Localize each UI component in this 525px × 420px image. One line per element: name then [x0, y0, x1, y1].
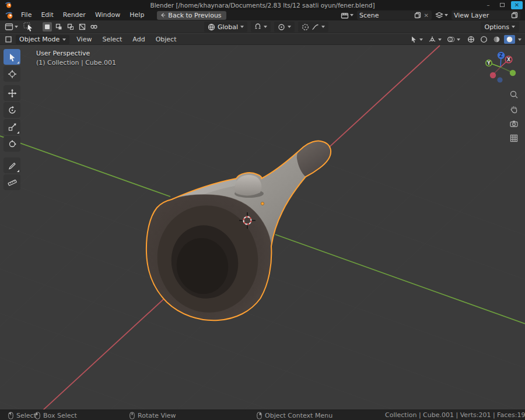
- overlays-dropdown[interactable]: [447, 36, 460, 43]
- menubar: File Edit Render Window Help Back to Pre…: [0, 10, 525, 20]
- mode-dropdown[interactable]: Object Mode: [16, 35, 69, 44]
- mouse-lmb-drag-icon: [35, 412, 40, 419]
- gizmo-minus-z-ball[interactable]: [497, 77, 502, 82]
- menu-select[interactable]: Select: [99, 36, 125, 43]
- back-to-previous-button[interactable]: Back to Previous: [157, 11, 226, 20]
- object-mode-icon: [5, 36, 12, 43]
- active-tool-indicator[interactable]: [23, 22, 34, 32]
- y-axis-line: [275, 235, 525, 324]
- gizmo-minus-x-ball[interactable]: [490, 72, 496, 78]
- hint-select: Select: [8, 410, 36, 420]
- tool-move-button[interactable]: [4, 85, 20, 101]
- shading-solid-button[interactable]: [478, 35, 489, 44]
- flashlight-object[interactable]: [146, 141, 331, 321]
- tool-select-box-button[interactable]: [4, 49, 20, 65]
- select-mode-set-button[interactable]: [43, 22, 52, 32]
- viewport-3d[interactable]: User Perspective (1) Collection | Cube.0…: [0, 45, 525, 410]
- object-visibility-dropdown[interactable]: [410, 36, 423, 43]
- transform-orientation-dropdown[interactable]: Global: [204, 22, 247, 32]
- menu-view[interactable]: View: [73, 36, 95, 43]
- snapping-dropdown[interactable]: [251, 22, 271, 32]
- chevron-down-icon: [15, 26, 18, 28]
- tool-measure-button[interactable]: [4, 174, 20, 190]
- menu-help[interactable]: Help: [125, 10, 149, 20]
- scene-name-field[interactable]: Scene ✕: [357, 10, 432, 20]
- tool-scale-button[interactable]: [4, 119, 20, 135]
- gizmos-dropdown[interactable]: [428, 36, 442, 44]
- select-mode-extend-button[interactable]: [54, 22, 64, 32]
- pivot-point-icon: [278, 23, 285, 31]
- shading-wireframe-button[interactable]: [466, 35, 477, 44]
- tool-annotate-button[interactable]: [4, 158, 20, 173]
- proportional-editing-group[interactable]: [298, 22, 328, 32]
- menu-file[interactable]: File: [16, 10, 36, 20]
- menu-window[interactable]: Window: [90, 10, 125, 20]
- options-dropdown[interactable]: Options: [481, 22, 519, 32]
- blender-window: Blender [/home/khaynara/Documents/2.83 l…: [0, 0, 525, 420]
- pivot-point-dropdown[interactable]: [274, 22, 295, 32]
- ortho-grid-icon: [509, 134, 519, 143]
- unlink-scene-icon[interactable]: ✕: [424, 12, 429, 19]
- chevron-down-icon: [438, 38, 442, 41]
- gizmo-z-label: Z: [499, 53, 503, 58]
- scene-statistics: Collection | Cube.001 | Verts:201 | Face…: [385, 410, 525, 420]
- blender-app-icon: [5, 1, 12, 9]
- navigation-gizmo[interactable]: Z X Y: [482, 50, 519, 87]
- menu-edit[interactable]: Edit: [36, 10, 58, 20]
- close-button[interactable]: ✕: [511, 1, 523, 9]
- tool-rotate-button[interactable]: [4, 102, 20, 118]
- tool-transform-button[interactable]: [4, 136, 20, 152]
- select-mode-options: [43, 22, 99, 32]
- blender-menu-logo-icon[interactable]: [5, 11, 14, 19]
- chevron-down-icon: [240, 26, 244, 28]
- rotate-icon: [8, 106, 17, 115]
- chevron-down-icon: [457, 38, 460, 41]
- chevron-down-icon: [62, 38, 66, 41]
- maximize-icon: [500, 3, 505, 7]
- select-mode-subtract-button[interactable]: [66, 22, 75, 32]
- cursor-3d-icon: [8, 70, 16, 78]
- measure-ruler-icon: [8, 178, 17, 187]
- camera-view-button[interactable]: [508, 118, 520, 130]
- browse-scene-button[interactable]: [341, 12, 354, 19]
- perspective-toggle-button[interactable]: [508, 132, 520, 144]
- minimize-button[interactable]: –: [483, 1, 494, 9]
- tool-cursor-button[interactable]: [4, 66, 20, 82]
- tool-settings-bar: Global: [0, 20, 525, 33]
- select-mode-intersect-button[interactable]: [89, 22, 99, 32]
- annotate-pencil-icon: [8, 161, 17, 170]
- menu-object[interactable]: Object: [152, 36, 180, 43]
- shading-rendered-button[interactable]: [504, 35, 515, 44]
- gizmo-x-label: X: [507, 57, 511, 62]
- overlays-icon: [447, 36, 455, 43]
- maximize-button[interactable]: [497, 1, 508, 9]
- browse-view-layer-button[interactable]: [435, 12, 448, 19]
- object-origin-dot: [261, 202, 264, 205]
- pan-button[interactable]: [508, 103, 520, 115]
- window-title: Blender [/home/khaynara/Documents/2.83 l…: [0, 2, 525, 9]
- view-layer-icon: [435, 12, 443, 19]
- window-controls: – ✕: [483, 1, 523, 9]
- shading-popover-chevron-icon[interactable]: [518, 38, 522, 41]
- toolbar: [4, 49, 20, 191]
- editor-type-selector[interactable]: [5, 23, 18, 31]
- shading-material-button[interactable]: [491, 35, 502, 44]
- new-scene-icon[interactable]: [414, 12, 421, 19]
- mouse-lmb-icon: [8, 412, 13, 419]
- menu-render[interactable]: Render: [58, 10, 90, 20]
- proportional-editing-icon: [302, 23, 309, 31]
- flashlight-tail-cap: [297, 141, 331, 177]
- falloff-curve-icon: [312, 23, 319, 31]
- view-layer-name-field[interactable]: View Layer: [452, 10, 520, 20]
- zoom-button[interactable]: [508, 89, 520, 100]
- view-perspective-label: User Perspective: [36, 49, 116, 58]
- scene-icon: [341, 12, 349, 19]
- x-axis-line: [318, 46, 440, 157]
- select-mode-invert-button[interactable]: [78, 22, 87, 32]
- menu-add[interactable]: Add: [129, 36, 148, 43]
- hint-box-select: Box Select: [35, 410, 77, 420]
- y-axis-line: [0, 136, 170, 197]
- new-view-layer-icon[interactable]: [511, 12, 518, 19]
- gizmo-minus-y-ball[interactable]: [510, 70, 516, 76]
- subtool-corner-icon: [17, 170, 19, 172]
